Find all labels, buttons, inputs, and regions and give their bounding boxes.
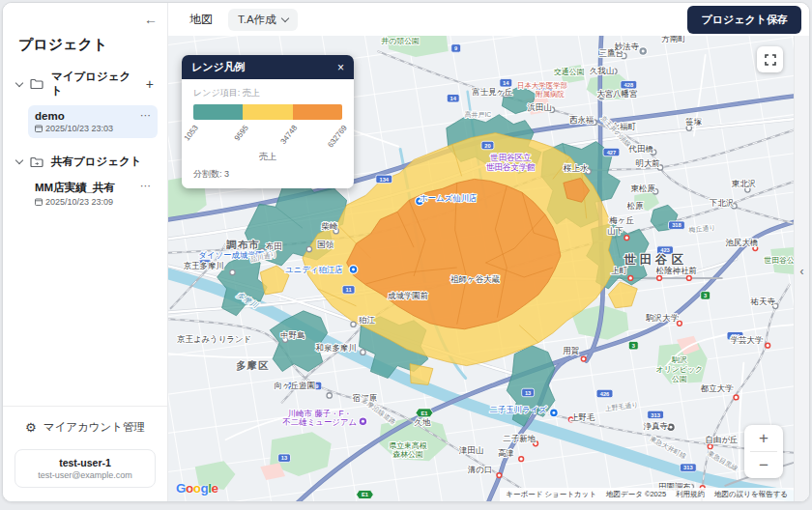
station-dot	[519, 457, 524, 462]
station-circle	[230, 269, 235, 274]
calendar-icon	[35, 198, 43, 206]
map-label: 池尻大橋	[726, 238, 759, 247]
map-label: 井の頭公園	[381, 37, 420, 45]
user-card[interactable]: test-user-1 test-user@example.com	[14, 449, 156, 488]
map-label: ユニディ狛江店	[285, 265, 343, 274]
legend-tick-label: 1053	[183, 124, 200, 143]
chevron-down-icon	[15, 156, 23, 164]
map-label: 世田谷区	[623, 253, 686, 267]
svg-text:313: 313	[651, 412, 660, 418]
station-circle	[306, 246, 311, 251]
legend-axis-label: 売上	[193, 151, 342, 163]
map-label: 公園	[672, 375, 687, 383]
legend-range-item: レンジ項目: 売上	[193, 87, 342, 99]
add-project-button[interactable]: +	[144, 77, 156, 91]
top-toolbar: 地図 T.A作成 プロジェクト保存	[168, 3, 809, 36]
map-label: 下北沢	[709, 198, 734, 208]
app-window: ← プロジェクト マイプロジェクト + demo 2025/10/23 23:0…	[2, 2, 810, 502]
svg-text:E1: E1	[362, 492, 369, 497]
section-shared-projects[interactable]: 共有プロジェクト	[3, 149, 167, 175]
map-label: 駒沢大学	[645, 313, 679, 323]
map-label: 久我山	[590, 66, 614, 75]
user-name: test-user-1	[19, 457, 151, 468]
project-date: 2025/10/23 23:03	[45, 124, 113, 133]
map-attribution: キーボード ショートカット 地図データ ©2025 利用規約 地図の誤りを報告す…	[500, 488, 794, 501]
project-item-shared[interactable]: MM店実績_共有 2025/10/23 23:09 ⋯	[28, 176, 158, 212]
map-label: 山下	[607, 226, 624, 236]
station-circle	[351, 322, 356, 326]
map-label: 桜上水	[563, 163, 589, 173]
project-date: 2025/10/23 23:09	[45, 197, 113, 207]
project-menu-icon[interactable]: ⋯	[140, 180, 152, 192]
close-icon[interactable]: ×	[337, 62, 344, 73]
map-label: 久地	[415, 417, 431, 427]
save-project-button[interactable]: プロジェクト保存	[687, 6, 801, 34]
map-label: 梅ヶ丘	[609, 215, 634, 225]
map-label: 成城学園前	[388, 291, 429, 300]
map-label: 方南町	[661, 36, 686, 43]
map-label: 日本大学医学部	[517, 81, 567, 90]
map-label: 調布市	[225, 239, 259, 250]
section-label: マイプロジェクト	[51, 70, 136, 99]
map-label: 浄真寺	[643, 421, 668, 431]
zoom-in-button[interactable]: +	[744, 425, 783, 451]
map-label: 国領	[317, 240, 334, 249]
fullscreen-icon	[765, 54, 776, 66]
map-canvas[interactable]: 1141171341414413428427203184234264263133…	[168, 36, 794, 501]
map-label: 妙法寺	[614, 42, 640, 51]
map-label: 代田橋	[628, 144, 654, 154]
map-label: 世田谷区立	[490, 153, 532, 162]
report-map-error-link[interactable]: 地図の誤りを報告する	[714, 490, 788, 499]
project-sidebar: ← プロジェクト マイプロジェクト + demo 2025/10/23 23:0…	[3, 3, 168, 501]
legend-tick-label: 632769	[327, 124, 350, 150]
station-dot	[734, 395, 739, 400]
legend-tick-labels: 1053959534748632769	[193, 122, 342, 151]
map-label: 自由が丘	[706, 435, 739, 444]
svg-text:E1: E1	[420, 411, 428, 416]
station-circle	[686, 126, 691, 130]
svg-text:318: 318	[672, 222, 682, 228]
map-label: 西永福	[569, 115, 594, 125]
google-logo[interactable]: Google	[176, 481, 218, 496]
station-dot	[708, 444, 712, 449]
legend-tick-label: 9595	[232, 124, 249, 143]
svg-text:11: 11	[346, 287, 353, 293]
map-label: 多摩区	[236, 359, 269, 371]
map-label: 溝の口	[468, 465, 492, 474]
svg-text:428: 428	[624, 82, 634, 88]
map-label: 京王多摩川	[184, 261, 224, 270]
map-label: 狛江	[359, 315, 375, 325]
svg-text:20: 20	[484, 143, 490, 149]
terms-link[interactable]: 利用規約	[676, 490, 705, 499]
map-tab[interactable]: 地図	[189, 12, 213, 28]
legend-color-segment	[293, 104, 342, 120]
map-label: 二子玉川ライズ	[489, 405, 547, 414]
map-label: 高津	[498, 448, 514, 458]
project-menu-icon[interactable]: ⋯	[140, 109, 152, 122]
keyboard-shortcuts-link[interactable]: キーボード ショートカット	[506, 490, 596, 499]
map-label: 京王よみうりランド	[177, 334, 251, 344]
map-label: 祐天寺	[750, 297, 776, 306]
map-label: 明大前	[636, 158, 661, 168]
svg-text:14: 14	[450, 96, 457, 101]
legend-color-segment	[243, 104, 292, 120]
sidebar-collapse-icon[interactable]: ←	[144, 13, 158, 26]
calendar-icon	[35, 125, 43, 132]
map-label: 附属病院	[536, 90, 565, 99]
map-label: 交通公園	[554, 67, 585, 76]
right-panel-strip: ‹	[794, 36, 809, 501]
account-settings-button[interactable]: ⚙ マイアカウント管理	[3, 407, 167, 447]
ta-create-dropdown[interactable]: T.A作成	[228, 9, 298, 31]
sidebar-title: プロジェクト	[18, 36, 152, 54]
svg-text:134: 134	[379, 177, 389, 183]
map-label: 二子新地	[503, 434, 536, 443]
expand-panel-chevron[interactable]: ‹	[800, 265, 804, 278]
zoom-out-button[interactable]: −	[744, 452, 783, 478]
legend-color-bar	[193, 104, 342, 120]
map-label: 高井戸IC	[465, 111, 492, 119]
fullscreen-button[interactable]	[757, 46, 783, 72]
project-item-demo[interactable]: demo 2025/10/23 23:03 ⋯	[28, 105, 158, 138]
legend-header[interactable]: レンジ凡例 ×	[182, 55, 354, 79]
section-my-projects[interactable]: マイプロジェクト +	[3, 64, 167, 104]
station-dot	[497, 473, 502, 478]
